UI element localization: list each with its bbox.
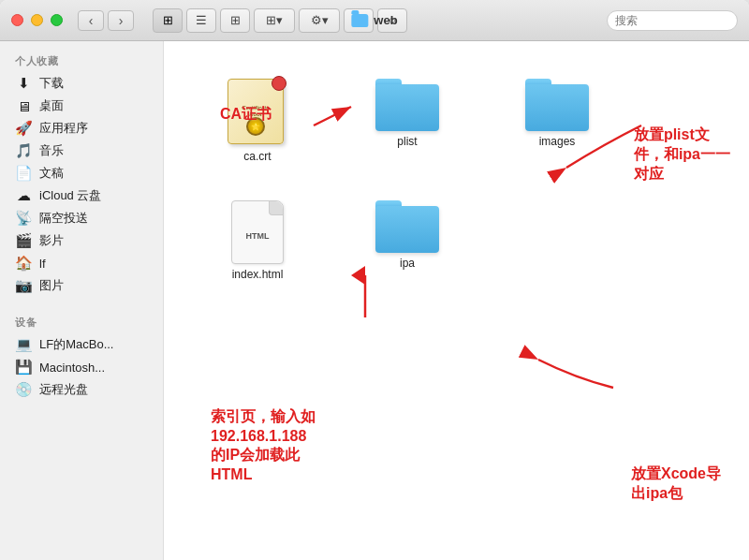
window-title: web (351, 13, 397, 27)
devices-section-title: 设备 (0, 312, 163, 333)
file-ca-label: ca.crt (243, 150, 271, 163)
sidebar-item-remote[interactable]: 💿 远程光盘 (0, 378, 163, 401)
file-ipa[interactable]: ipa (370, 200, 445, 281)
sidebar-item-label: LF的MacBo... (39, 336, 113, 353)
macbook-icon: 💻 (15, 336, 32, 353)
photos-icon: 📷 (15, 277, 32, 294)
file-plist-label: plist (397, 135, 417, 148)
annotation-ca: CA证书 (220, 105, 272, 125)
minimize-button[interactable] (31, 14, 43, 26)
sidebar-item-label: 文稿 (39, 165, 64, 182)
file-images[interactable]: images (520, 79, 595, 163)
desktop-icon: 🖥 (15, 97, 32, 114)
sidebar-item-label: 影片 (39, 232, 64, 249)
sidebar-item-music[interactable]: 🎵 音乐 (0, 140, 163, 162)
docs-icon: 📄 (15, 165, 32, 182)
remote-icon: 💿 (15, 381, 32, 398)
sidebar-item-movies[interactable]: 🎬 影片 (0, 229, 163, 252)
annotation-plist-text: 放置plist文件，和ipa一一对应 (634, 125, 730, 184)
annotation-ipa: 放置Xcode导出ipa包 (631, 464, 721, 504)
view-cover-button[interactable]: ⊞▾ (254, 8, 295, 33)
file-plist[interactable]: plist (370, 79, 445, 163)
sidebar-item-label: 桌面 (39, 97, 64, 114)
lf-icon: 🏠 (15, 255, 32, 272)
sidebar-item-label: 音乐 (39, 142, 64, 159)
cert-ribbon (272, 76, 286, 91)
sidebar-item-label: 下载 (39, 75, 64, 92)
view-column-button[interactable]: ⊞ (220, 8, 250, 33)
sidebar-item-macintosh[interactable]: 💾 Macintosh... (0, 356, 163, 378)
view-grid-button[interactable]: ⊞ (153, 8, 183, 33)
search-input[interactable] (607, 10, 738, 31)
file-ipa-label: ipa (400, 257, 415, 270)
html-file-icon: HTML (231, 200, 284, 264)
close-button[interactable] (11, 14, 23, 26)
titlebar: ‹ › ⊞ ☰ ⊞ ⊞▾ ⚙▾ ↑ ○ web (0, 0, 749, 41)
file-index-html[interactable]: HTML index.html (220, 200, 295, 281)
file-images-label: images (539, 135, 576, 148)
sidebar-item-desktop[interactable]: 🖥 桌面 (0, 95, 163, 117)
folder-ipa-icon (375, 200, 439, 253)
forward-button[interactable]: › (108, 10, 134, 31)
sidebar-item-label: lf (39, 257, 46, 271)
apps-icon: 🚀 (15, 120, 32, 137)
sidebar-item-label: 隔空投送 (39, 210, 88, 227)
fullscreen-button[interactable] (51, 14, 63, 26)
music-icon: 🎵 (15, 142, 32, 159)
arrow-ipa (482, 332, 623, 406)
sidebar-item-label: 远程光盘 (39, 381, 88, 398)
sidebar: 个人收藏 ⬇ 下载 🖥 桌面 🚀 应用程序 🎵 音乐 📄 文稿 (0, 41, 164, 560)
folder-images-icon (525, 79, 589, 131)
file-content-area: CertificateRoot ⭐ ca.crt plist (164, 41, 749, 560)
title-folder-icon (351, 14, 368, 27)
nav-buttons: ‹ › (78, 10, 134, 31)
annotation-index-text: 索引页，输入如192.168.1.188的IP会加载此HTML (211, 407, 316, 485)
sidebar-item-downloads[interactable]: ⬇ 下载 (0, 72, 163, 95)
sidebar-item-lf[interactable]: 🏠 lf (0, 252, 163, 274)
downloads-icon: ⬇ (15, 75, 32, 92)
favorites-section-title: 个人收藏 (0, 51, 163, 72)
back-button[interactable]: ‹ (78, 10, 104, 31)
annotation-ca-text: CA证书 (220, 106, 272, 122)
arrange-button[interactable]: ⚙▾ (299, 8, 340, 33)
folder-plist-icon (375, 79, 439, 131)
sidebar-item-label: 应用程序 (39, 120, 88, 137)
sidebar-item-macbook[interactable]: 💻 LF的MacBo... (0, 333, 163, 356)
movies-icon: 🎬 (15, 232, 32, 249)
sidebar-item-label: 图片 (39, 277, 64, 294)
icloud-icon: ☁ (15, 187, 32, 204)
sidebar-item-photos[interactable]: 📷 图片 (0, 274, 163, 297)
traffic-lights (11, 14, 63, 26)
sidebar-item-apps[interactable]: 🚀 应用程序 (0, 117, 163, 140)
annotation-ipa-text: 放置Xcode导出ipa包 (631, 464, 721, 504)
annotation-plist: 放置plist文件，和ipa一一对应 (634, 125, 730, 184)
html-type-label: HTML (246, 231, 270, 241)
sidebar-item-icloud[interactable]: ☁ iCloud 云盘 (0, 184, 163, 207)
sidebar-item-airdrop[interactable]: 📡 隔空投送 (0, 207, 163, 229)
airdrop-icon: 📡 (15, 210, 32, 227)
annotation-index: 索引页，输入如192.168.1.188的IP会加载此HTML (211, 407, 316, 485)
finder-window: ‹ › ⊞ ☰ ⊞ ⊞▾ ⚙▾ ↑ ○ web 个人收藏 ⬇ 下载 (0, 0, 749, 560)
view-list-button[interactable]: ☰ (186, 8, 216, 33)
sidebar-item-label: iCloud 云盘 (39, 187, 101, 204)
file-row-2: HTML index.html ipa (220, 200, 712, 281)
file-index-label: index.html (232, 268, 284, 281)
macintosh-icon: 💾 (15, 359, 32, 376)
sidebar-item-docs[interactable]: 📄 文稿 (0, 162, 163, 184)
sidebar-item-label: Macintosh... (39, 361, 105, 375)
main-content: 个人收藏 ⬇ 下载 🖥 桌面 🚀 应用程序 🎵 音乐 📄 文稿 (0, 41, 749, 560)
